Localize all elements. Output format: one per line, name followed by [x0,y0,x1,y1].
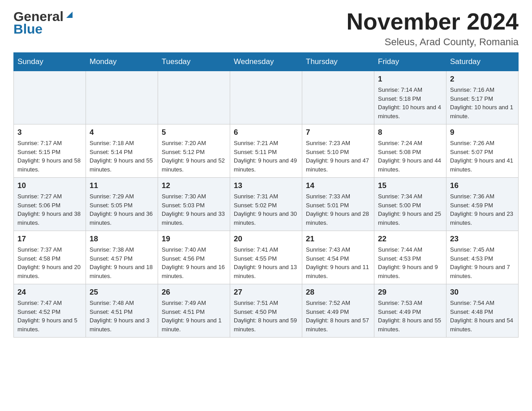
day-number: 8 [378,128,442,137]
header-tuesday: Tuesday [158,53,230,71]
day-info: Sunrise: 7:31 AMSunset: 5:02 PMDaylight:… [234,192,298,227]
calendar-cell: 5Sunrise: 7:20 AMSunset: 5:12 PMDaylight… [158,124,230,178]
calendar-cell [158,71,230,124]
day-info: Sunrise: 7:27 AMSunset: 5:06 PMDaylight:… [17,192,82,227]
calendar-cell: 9Sunrise: 7:26 AMSunset: 5:07 PMDaylight… [446,124,519,178]
day-info: Sunrise: 7:29 AMSunset: 5:05 PMDaylight:… [90,192,154,227]
day-number: 30 [450,288,515,297]
calendar-cell: 26Sunrise: 7:49 AMSunset: 4:51 PMDayligh… [158,284,230,338]
day-number: 7 [306,128,370,137]
logo: General Blue [13,9,74,37]
calendar-cell: 19Sunrise: 7:40 AMSunset: 4:56 PMDayligh… [158,231,230,284]
calendar-cell: 2Sunrise: 7:16 AMSunset: 5:17 PMDaylight… [446,71,519,124]
day-number: 25 [90,288,154,297]
title-block: November 2024 Seleus, Arad County, Roman… [347,9,519,48]
header-friday: Friday [374,53,446,71]
day-info: Sunrise: 7:52 AMSunset: 4:49 PMDaylight:… [306,299,370,334]
day-number: 24 [17,288,82,297]
calendar-cell [14,71,86,124]
day-info: Sunrise: 7:34 AMSunset: 5:00 PMDaylight:… [378,192,442,227]
logo-blue-text: Blue [13,21,43,37]
day-number: 3 [17,128,82,137]
day-number: 10 [17,181,82,190]
day-info: Sunrise: 7:30 AMSunset: 5:03 PMDaylight:… [162,192,226,227]
day-info: Sunrise: 7:17 AMSunset: 5:15 PMDaylight:… [17,139,82,174]
month-title: November 2024 [347,9,519,34]
day-number: 1 [378,75,442,84]
calendar-cell: 20Sunrise: 7:41 AMSunset: 4:55 PMDayligh… [230,231,302,284]
calendar-cell: 6Sunrise: 7:21 AMSunset: 5:11 PMDaylight… [230,124,302,178]
day-info: Sunrise: 7:36 AMSunset: 4:59 PMDaylight:… [450,192,515,227]
calendar-cell: 30Sunrise: 7:54 AMSunset: 4:48 PMDayligh… [446,284,519,338]
header-thursday: Thursday [302,53,374,71]
header-wednesday: Wednesday [230,53,302,71]
calendar-cell [302,71,374,124]
day-number: 4 [90,128,154,137]
calendar-cell: 14Sunrise: 7:33 AMSunset: 5:01 PMDayligh… [302,178,374,231]
day-number: 5 [162,128,226,137]
day-info: Sunrise: 7:20 AMSunset: 5:12 PMDaylight:… [162,139,226,174]
day-number: 21 [306,235,370,244]
header-sunday: Sunday [14,53,86,71]
day-info: Sunrise: 7:45 AMSunset: 4:53 PMDaylight:… [450,245,515,280]
calendar-cell: 1Sunrise: 7:14 AMSunset: 5:18 PMDaylight… [374,71,446,124]
calendar-cell: 23Sunrise: 7:45 AMSunset: 4:53 PMDayligh… [446,231,519,284]
day-number: 23 [450,235,515,244]
calendar-cell: 28Sunrise: 7:52 AMSunset: 4:49 PMDayligh… [302,284,374,338]
day-info: Sunrise: 7:40 AMSunset: 4:56 PMDaylight:… [162,245,226,280]
day-info: Sunrise: 7:47 AMSunset: 4:52 PMDaylight:… [17,299,82,334]
calendar-header: SundayMondayTuesdayWednesdayThursdayFrid… [14,53,519,71]
day-number: 22 [378,235,442,244]
logo-triangle-icon [64,10,74,20]
day-info: Sunrise: 7:48 AMSunset: 4:51 PMDaylight:… [90,299,154,334]
day-number: 15 [378,181,442,190]
day-number: 12 [162,181,226,190]
day-info: Sunrise: 7:18 AMSunset: 5:14 PMDaylight:… [90,139,154,174]
day-info: Sunrise: 7:53 AMSunset: 4:49 PMDaylight:… [378,299,442,334]
day-number: 26 [162,288,226,297]
day-number: 16 [450,181,515,190]
day-info: Sunrise: 7:38 AMSunset: 4:57 PMDaylight:… [90,245,154,280]
calendar-cell: 12Sunrise: 7:30 AMSunset: 5:03 PMDayligh… [158,178,230,231]
day-info: Sunrise: 7:51 AMSunset: 4:50 PMDaylight:… [234,299,298,334]
day-info: Sunrise: 7:16 AMSunset: 5:17 PMDaylight:… [450,86,515,120]
day-number: 11 [90,181,154,190]
day-number: 20 [234,235,298,244]
day-info: Sunrise: 7:43 AMSunset: 4:54 PMDaylight:… [306,245,370,280]
calendar-cell: 29Sunrise: 7:53 AMSunset: 4:49 PMDayligh… [374,284,446,338]
calendar-cell: 18Sunrise: 7:38 AMSunset: 4:57 PMDayligh… [86,231,158,284]
location-subtitle: Seleus, Arad County, Romania [347,36,519,48]
calendar-cell: 15Sunrise: 7:34 AMSunset: 5:00 PMDayligh… [374,178,446,231]
calendar-cell: 24Sunrise: 7:47 AMSunset: 4:52 PMDayligh… [14,284,86,338]
svg-marker-0 [66,12,73,18]
day-info: Sunrise: 7:54 AMSunset: 4:48 PMDaylight:… [450,299,515,334]
day-info: Sunrise: 7:26 AMSunset: 5:07 PMDaylight:… [450,139,515,174]
day-number: 13 [234,181,298,190]
day-info: Sunrise: 7:33 AMSunset: 5:01 PMDaylight:… [306,192,370,227]
page-header: General Blue November 2024 Seleus, Arad … [13,9,519,48]
day-info: Sunrise: 7:14 AMSunset: 5:18 PMDaylight:… [378,86,442,120]
day-number: 6 [234,128,298,137]
day-number: 17 [17,235,82,244]
day-number: 28 [306,288,370,297]
day-info: Sunrise: 7:44 AMSunset: 4:53 PMDaylight:… [378,245,442,280]
calendar-table: SundayMondayTuesdayWednesdayThursdayFrid… [13,52,519,338]
day-number: 9 [450,128,515,137]
week-row-3: 10Sunrise: 7:27 AMSunset: 5:06 PMDayligh… [14,178,519,231]
calendar-cell: 16Sunrise: 7:36 AMSunset: 4:59 PMDayligh… [446,178,519,231]
day-info: Sunrise: 7:37 AMSunset: 4:58 PMDaylight:… [17,245,82,280]
day-info: Sunrise: 7:49 AMSunset: 4:51 PMDaylight:… [162,299,226,334]
day-number: 14 [306,181,370,190]
calendar-cell: 3Sunrise: 7:17 AMSunset: 5:15 PMDaylight… [14,124,86,178]
header-monday: Monday [86,53,158,71]
calendar-cell: 10Sunrise: 7:27 AMSunset: 5:06 PMDayligh… [14,178,86,231]
calendar-cell: 17Sunrise: 7:37 AMSunset: 4:58 PMDayligh… [14,231,86,284]
header-saturday: Saturday [446,53,519,71]
calendar-cell: 4Sunrise: 7:18 AMSunset: 5:14 PMDaylight… [86,124,158,178]
calendar-cell: 7Sunrise: 7:23 AMSunset: 5:10 PMDaylight… [302,124,374,178]
day-number: 2 [450,75,515,84]
day-info: Sunrise: 7:41 AMSunset: 4:55 PMDaylight:… [234,245,298,280]
day-info: Sunrise: 7:24 AMSunset: 5:08 PMDaylight:… [378,139,442,174]
calendar-cell: 27Sunrise: 7:51 AMSunset: 4:50 PMDayligh… [230,284,302,338]
calendar-cell: 25Sunrise: 7:48 AMSunset: 4:51 PMDayligh… [86,284,158,338]
